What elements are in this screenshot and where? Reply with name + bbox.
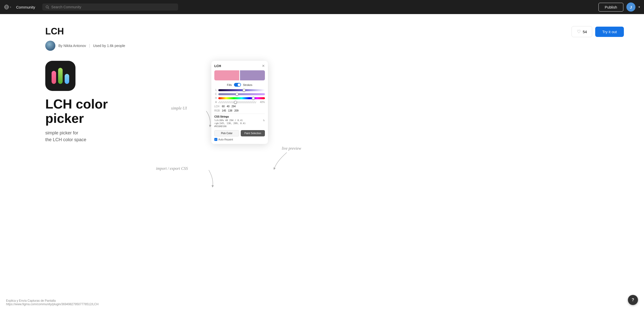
lch-values-row: LCH 60 40 294 <box>214 105 265 108</box>
auto-repaint-row: ✓ Auto-Repaint <box>214 138 265 141</box>
heart-icon: ♡ <box>577 29 581 34</box>
css-lch-value: lch(60% 40 294 / 0.4) <box>214 119 246 122</box>
pick-color-button[interactable]: Pick Color <box>214 130 239 136</box>
like-button[interactable]: ♡ 54 <box>572 26 592 37</box>
used-by: Used by 1.6k people <box>93 44 125 48</box>
fill-stroke-switch[interactable] <box>234 83 241 87</box>
lch-nums: 60 40 294 <box>222 105 236 108</box>
simple-ui-arrow <box>186 109 211 129</box>
topnav: › Community Publish J ▾ <box>0 0 644 14</box>
card-buttons: Pick Color Paint Selection <box>214 130 265 136</box>
auto-repaint-label: Auto-Repaint <box>218 138 233 141</box>
h-thumb <box>252 97 255 100</box>
globe-chevron: › <box>10 5 11 9</box>
plugin-header: LCH By Nikita Antonov | Used by 1.6k peo… <box>45 26 624 51</box>
rgb-g-val: 138 <box>228 109 232 112</box>
svg-line-4 <box>48 8 49 9</box>
author-avatar-img <box>45 41 55 51</box>
by-author: By Nikita Antonov <box>58 44 86 48</box>
globe-icon <box>4 5 9 10</box>
community-link[interactable]: Community <box>14 5 37 9</box>
like-count: 54 <box>583 30 587 34</box>
plugin-meta: By Nikita Antonov | Used by 1.6k people <box>45 41 572 51</box>
live-preview-annotation: live preview <box>282 146 301 151</box>
l-slider-row: L <box>214 89 265 91</box>
bar-green <box>58 68 63 84</box>
fill-stroke-toggle: Fills Strokes <box>214 83 265 87</box>
rgb-b-val: 209 <box>234 109 238 112</box>
rgb-values-row: RGB 145 138 209 <box>214 109 265 112</box>
plugin-showcase: LCH color picker simple picker for the L… <box>45 61 624 143</box>
avatar[interactable]: J <box>626 3 635 12</box>
h-slider[interactable] <box>218 97 265 99</box>
card-title: LCH <box>214 64 221 68</box>
check-icon: ✓ <box>215 138 217 141</box>
rgb-label: RGB <box>214 109 220 112</box>
search-input[interactable] <box>51 5 175 9</box>
lch-h-val: 294 <box>231 105 236 108</box>
plugin-name: LCH color picker <box>45 97 624 126</box>
c-thumb <box>235 93 238 96</box>
css-strings-title: CSS Strings <box>214 115 265 118</box>
css-strings-section: CSS Strings lch(60% 40 294 / 0.4) rgb(14… <box>214 114 265 128</box>
globe-icon-btn[interactable]: › <box>4 5 11 10</box>
main-content: LCH By Nikita Antonov | Used by 1.6k peo… <box>0 14 644 232</box>
publish-button[interactable]: Publish <box>598 3 623 12</box>
a-label: A <box>214 101 217 104</box>
bar-pink <box>52 71 56 84</box>
a-slider[interactable] <box>218 101 256 103</box>
refresh-icon[interactable]: ↻ <box>263 119 265 122</box>
swatch-pink <box>214 70 239 80</box>
live-preview-arrow <box>272 151 292 171</box>
h-slider-row: H <box>214 97 265 99</box>
c-slider[interactable] <box>218 93 265 95</box>
lch-l-val: 60 <box>222 105 225 108</box>
search-bar[interactable] <box>42 4 178 11</box>
lch-c-val: 40 <box>227 105 229 108</box>
c-label: C <box>214 93 217 95</box>
meta-divider: | <box>89 43 90 48</box>
l-thumb <box>243 89 246 92</box>
fills-label: Fills <box>227 83 232 86</box>
preview-card: LCH ✕ Fills Strokes L <box>211 61 268 144</box>
rgb-nums: 145 138 209 <box>222 109 238 112</box>
paint-selection-button[interactable]: Paint Selection <box>241 130 265 136</box>
svg-point-3 <box>46 6 48 8</box>
alpha-value: 40% <box>258 101 265 104</box>
css-rgb-value: rgb(145, 138, 209, 0.4) <box>214 122 246 125</box>
header-actions: ♡ 54 Try it out <box>572 26 624 37</box>
bar-blue <box>65 74 69 84</box>
card-close-icon[interactable]: ✕ <box>262 64 265 68</box>
l-label: L <box>214 89 217 91</box>
color-swatches <box>214 70 265 80</box>
import-export-annotation: import / export CSS <box>156 166 188 171</box>
lch-label: LCH <box>214 105 220 108</box>
swatch-purple <box>240 70 265 80</box>
strokes-label: Strokes <box>243 83 252 86</box>
auto-repaint-checkbox[interactable]: ✓ <box>214 138 217 141</box>
css-hex-value: #918AD166 <box>214 125 246 128</box>
a-slider-row: A 40% <box>214 101 265 104</box>
rgb-r-val: 145 <box>222 109 226 112</box>
avatar-chevron[interactable]: ▾ <box>638 5 640 9</box>
toggle-thumb <box>238 83 240 86</box>
try-it-out-button[interactable]: Try it out <box>595 27 624 37</box>
plugin-title: LCH <box>45 26 572 37</box>
plugin-title-section: LCH By Nikita Antonov | Used by 1.6k peo… <box>45 26 572 51</box>
plugin-description: simple picker for the LCH color space <box>45 130 624 143</box>
simple-ui-annotation: simple UI <box>171 106 187 111</box>
app-icon <box>45 61 75 91</box>
author-avatar <box>45 41 55 51</box>
l-slider[interactable] <box>218 89 265 91</box>
h-label: H <box>214 97 217 99</box>
import-export-arrow <box>186 169 216 189</box>
card-header: LCH ✕ <box>214 64 265 68</box>
content-area: LCH color picker simple picker for the L… <box>45 61 624 212</box>
app-icon-bars <box>52 68 69 84</box>
search-icon <box>45 5 49 9</box>
a-thumb <box>234 101 237 104</box>
c-slider-row: C <box>214 93 265 95</box>
